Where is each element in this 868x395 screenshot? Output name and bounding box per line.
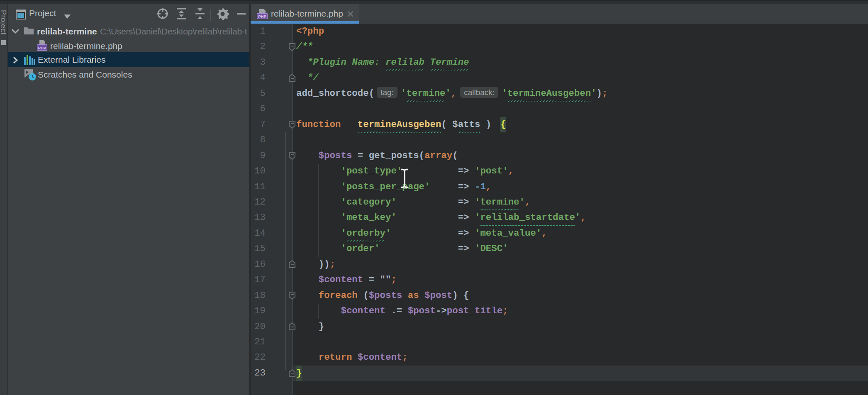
svg-text:PHP: PHP <box>38 46 46 50</box>
svg-text:PHP: PHP <box>258 14 266 19</box>
